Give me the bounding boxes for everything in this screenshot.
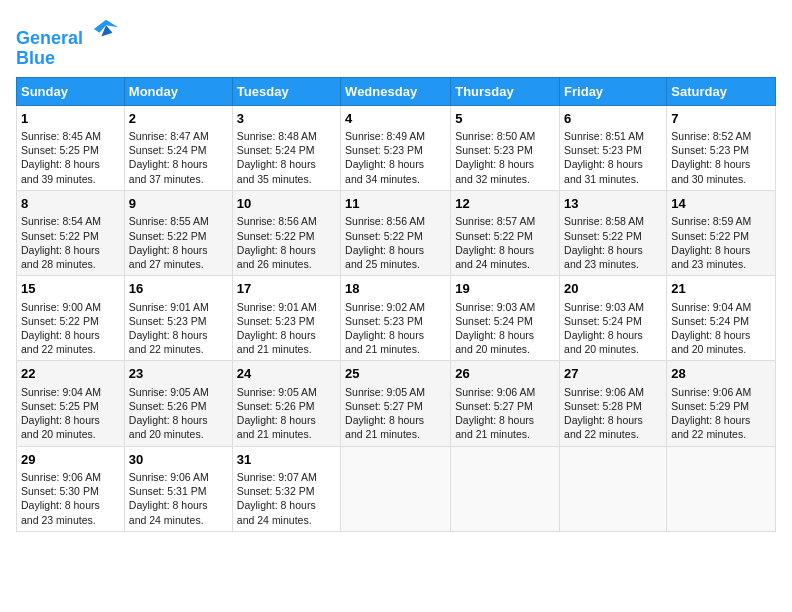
day-number: 19 (455, 280, 555, 298)
logo: General Blue (16, 16, 120, 69)
col-header-thursday: Thursday (451, 77, 560, 105)
calendar-day-9: 9Sunrise: 8:55 AM Sunset: 5:22 PM Daylig… (124, 190, 232, 275)
calendar-day-12: 12Sunrise: 8:57 AM Sunset: 5:22 PM Dayli… (451, 190, 560, 275)
day-number: 27 (564, 365, 662, 383)
day-info: Sunrise: 8:51 AM Sunset: 5:23 PM Dayligh… (564, 130, 644, 185)
day-number: 4 (345, 110, 446, 128)
calendar-week-5: 29Sunrise: 9:06 AM Sunset: 5:30 PM Dayli… (17, 446, 776, 531)
calendar-week-2: 8Sunrise: 8:54 AM Sunset: 5:22 PM Daylig… (17, 190, 776, 275)
day-info: Sunrise: 8:54 AM Sunset: 5:22 PM Dayligh… (21, 215, 101, 270)
day-number: 6 (564, 110, 662, 128)
calendar-day-25: 25Sunrise: 9:05 AM Sunset: 5:27 PM Dayli… (341, 361, 451, 446)
day-info: Sunrise: 9:05 AM Sunset: 5:27 PM Dayligh… (345, 386, 425, 441)
empty-cell (560, 446, 667, 531)
day-info: Sunrise: 9:06 AM Sunset: 5:31 PM Dayligh… (129, 471, 209, 526)
day-number: 14 (671, 195, 771, 213)
calendar-day-23: 23Sunrise: 9:05 AM Sunset: 5:26 PM Dayli… (124, 361, 232, 446)
day-number: 11 (345, 195, 446, 213)
calendar-day-26: 26Sunrise: 9:06 AM Sunset: 5:27 PM Dayli… (451, 361, 560, 446)
day-info: Sunrise: 8:48 AM Sunset: 5:24 PM Dayligh… (237, 130, 317, 185)
calendar-day-6: 6Sunrise: 8:51 AM Sunset: 5:23 PM Daylig… (560, 105, 667, 190)
day-number: 7 (671, 110, 771, 128)
day-number: 16 (129, 280, 228, 298)
day-info: Sunrise: 9:07 AM Sunset: 5:32 PM Dayligh… (237, 471, 317, 526)
calendar-day-29: 29Sunrise: 9:06 AM Sunset: 5:30 PM Dayli… (17, 446, 125, 531)
calendar-day-31: 31Sunrise: 9:07 AM Sunset: 5:32 PM Dayli… (232, 446, 340, 531)
calendar-day-30: 30Sunrise: 9:06 AM Sunset: 5:31 PM Dayli… (124, 446, 232, 531)
day-number: 25 (345, 365, 446, 383)
day-number: 20 (564, 280, 662, 298)
day-number: 15 (21, 280, 120, 298)
calendar-day-15: 15Sunrise: 9:00 AM Sunset: 5:22 PM Dayli… (17, 276, 125, 361)
calendar-day-24: 24Sunrise: 9:05 AM Sunset: 5:26 PM Dayli… (232, 361, 340, 446)
day-number: 21 (671, 280, 771, 298)
day-info: Sunrise: 9:03 AM Sunset: 5:24 PM Dayligh… (455, 301, 535, 356)
day-number: 1 (21, 110, 120, 128)
calendar-day-5: 5Sunrise: 8:50 AM Sunset: 5:23 PM Daylig… (451, 105, 560, 190)
calendar-table: SundayMondayTuesdayWednesdayThursdayFrid… (16, 77, 776, 532)
calendar-day-2: 2Sunrise: 8:47 AM Sunset: 5:24 PM Daylig… (124, 105, 232, 190)
calendar-day-4: 4Sunrise: 8:49 AM Sunset: 5:23 PM Daylig… (341, 105, 451, 190)
calendar-day-20: 20Sunrise: 9:03 AM Sunset: 5:24 PM Dayli… (560, 276, 667, 361)
day-info: Sunrise: 9:01 AM Sunset: 5:23 PM Dayligh… (237, 301, 317, 356)
calendar-day-16: 16Sunrise: 9:01 AM Sunset: 5:23 PM Dayli… (124, 276, 232, 361)
calendar-day-27: 27Sunrise: 9:06 AM Sunset: 5:28 PM Dayli… (560, 361, 667, 446)
day-info: Sunrise: 9:00 AM Sunset: 5:22 PM Dayligh… (21, 301, 101, 356)
day-number: 22 (21, 365, 120, 383)
calendar-day-19: 19Sunrise: 9:03 AM Sunset: 5:24 PM Dayli… (451, 276, 560, 361)
day-number: 18 (345, 280, 446, 298)
calendar-week-1: 1Sunrise: 8:45 AM Sunset: 5:25 PM Daylig… (17, 105, 776, 190)
day-info: Sunrise: 8:56 AM Sunset: 5:22 PM Dayligh… (345, 215, 425, 270)
calendar-day-28: 28Sunrise: 9:06 AM Sunset: 5:29 PM Dayli… (667, 361, 776, 446)
day-number: 31 (237, 451, 336, 469)
calendar-day-3: 3Sunrise: 8:48 AM Sunset: 5:24 PM Daylig… (232, 105, 340, 190)
day-info: Sunrise: 9:02 AM Sunset: 5:23 PM Dayligh… (345, 301, 425, 356)
day-number: 10 (237, 195, 336, 213)
day-info: Sunrise: 9:06 AM Sunset: 5:27 PM Dayligh… (455, 386, 535, 441)
col-header-friday: Friday (560, 77, 667, 105)
day-info: Sunrise: 9:05 AM Sunset: 5:26 PM Dayligh… (129, 386, 209, 441)
day-info: Sunrise: 8:58 AM Sunset: 5:22 PM Dayligh… (564, 215, 644, 270)
logo-bird-icon (92, 16, 120, 44)
calendar-day-17: 17Sunrise: 9:01 AM Sunset: 5:23 PM Dayli… (232, 276, 340, 361)
day-number: 30 (129, 451, 228, 469)
day-number: 12 (455, 195, 555, 213)
day-info: Sunrise: 9:04 AM Sunset: 5:25 PM Dayligh… (21, 386, 101, 441)
empty-cell (341, 446, 451, 531)
day-number: 28 (671, 365, 771, 383)
calendar-day-22: 22Sunrise: 9:04 AM Sunset: 5:25 PM Dayli… (17, 361, 125, 446)
col-header-wednesday: Wednesday (341, 77, 451, 105)
calendar-day-1: 1Sunrise: 8:45 AM Sunset: 5:25 PM Daylig… (17, 105, 125, 190)
col-header-sunday: Sunday (17, 77, 125, 105)
day-number: 24 (237, 365, 336, 383)
empty-cell (667, 446, 776, 531)
day-number: 23 (129, 365, 228, 383)
col-header-monday: Monday (124, 77, 232, 105)
calendar-week-4: 22Sunrise: 9:04 AM Sunset: 5:25 PM Dayli… (17, 361, 776, 446)
day-info: Sunrise: 9:06 AM Sunset: 5:30 PM Dayligh… (21, 471, 101, 526)
calendar-day-8: 8Sunrise: 8:54 AM Sunset: 5:22 PM Daylig… (17, 190, 125, 275)
day-number: 5 (455, 110, 555, 128)
day-info: Sunrise: 8:57 AM Sunset: 5:22 PM Dayligh… (455, 215, 535, 270)
logo-general: General (16, 28, 83, 48)
day-number: 17 (237, 280, 336, 298)
calendar-day-18: 18Sunrise: 9:02 AM Sunset: 5:23 PM Dayli… (341, 276, 451, 361)
day-info: Sunrise: 9:03 AM Sunset: 5:24 PM Dayligh… (564, 301, 644, 356)
day-info: Sunrise: 8:45 AM Sunset: 5:25 PM Dayligh… (21, 130, 101, 185)
empty-cell (451, 446, 560, 531)
calendar-day-7: 7Sunrise: 8:52 AM Sunset: 5:23 PM Daylig… (667, 105, 776, 190)
day-info: Sunrise: 8:55 AM Sunset: 5:22 PM Dayligh… (129, 215, 209, 270)
calendar-day-14: 14Sunrise: 8:59 AM Sunset: 5:22 PM Dayli… (667, 190, 776, 275)
day-number: 3 (237, 110, 336, 128)
day-number: 8 (21, 195, 120, 213)
day-number: 29 (21, 451, 120, 469)
day-info: Sunrise: 8:56 AM Sunset: 5:22 PM Dayligh… (237, 215, 317, 270)
calendar-day-10: 10Sunrise: 8:56 AM Sunset: 5:22 PM Dayli… (232, 190, 340, 275)
day-info: Sunrise: 8:52 AM Sunset: 5:23 PM Dayligh… (671, 130, 751, 185)
day-info: Sunrise: 8:49 AM Sunset: 5:23 PM Dayligh… (345, 130, 425, 185)
col-header-saturday: Saturday (667, 77, 776, 105)
page-header: General Blue (16, 16, 776, 69)
day-info: Sunrise: 9:04 AM Sunset: 5:24 PM Dayligh… (671, 301, 751, 356)
col-header-tuesday: Tuesday (232, 77, 340, 105)
day-info: Sunrise: 9:05 AM Sunset: 5:26 PM Dayligh… (237, 386, 317, 441)
